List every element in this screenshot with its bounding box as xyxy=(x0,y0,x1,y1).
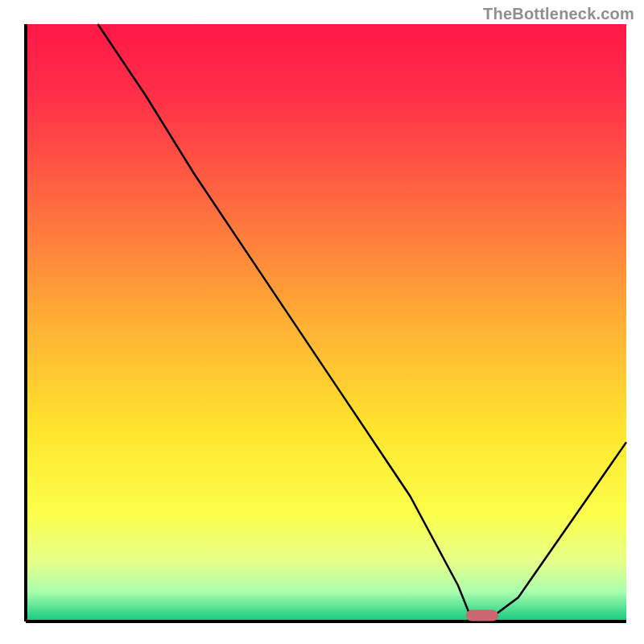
plot-area xyxy=(26,24,626,621)
bottleneck-chart xyxy=(0,0,644,644)
optimal-marker xyxy=(466,610,498,621)
watermark-text: TheBottleneck.com xyxy=(483,5,634,23)
chart-container: { "watermark": "TheBottleneck.com", "cha… xyxy=(0,0,644,644)
